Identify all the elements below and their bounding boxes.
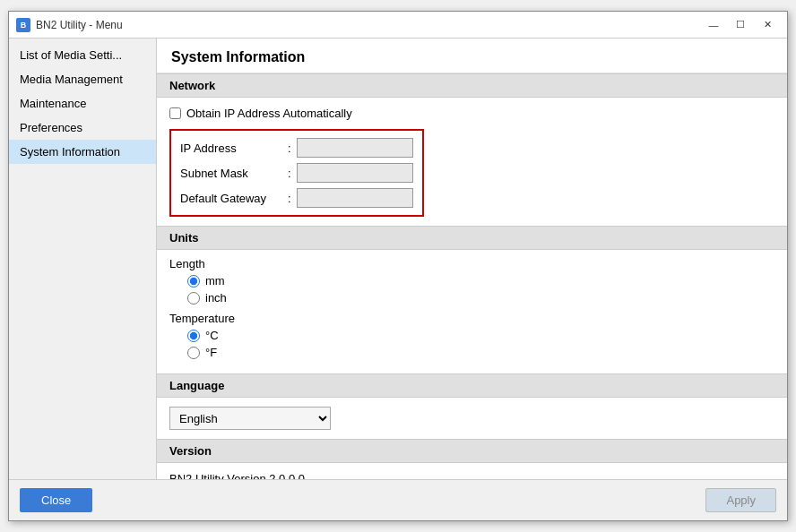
- sidebar-item-media-management[interactable]: Media Management: [9, 67, 156, 91]
- default-gateway-row: Default Gateway :: [180, 188, 413, 208]
- language-select[interactable]: English Japanese German French: [169, 407, 331, 430]
- page-title: System Information: [157, 39, 787, 73]
- content-area: System Information Network Obtain IP Add…: [157, 39, 787, 479]
- subnet-mask-input[interactable]: [297, 163, 413, 183]
- bottom-bar: Close Apply: [9, 479, 787, 520]
- title-bar: B BN2 Utility - Menu — ☐ ✕: [9, 12, 787, 39]
- obtain-ip-checkbox[interactable]: [169, 107, 181, 119]
- close-window-button[interactable]: ✕: [755, 16, 780, 34]
- ip-address-label: IP Address: [180, 142, 288, 155]
- units-section: Units Length mm inch: [157, 226, 787, 373]
- window-controls: — ☐ ✕: [701, 16, 780, 34]
- language-section-body: English Japanese German French: [157, 398, 787, 439]
- inch-radio[interactable]: [187, 292, 200, 305]
- ip-address-input[interactable]: [297, 138, 413, 158]
- network-section-header: Network: [157, 73, 787, 98]
- inch-radio-row: inch: [187, 291, 774, 305]
- close-button[interactable]: Close: [20, 488, 92, 512]
- length-label: Length: [169, 257, 774, 270]
- celsius-label: °C: [205, 329, 219, 342]
- version-section: Version BN2 Utility Version 2.0.0.0: [157, 439, 787, 479]
- default-gateway-input[interactable]: [297, 188, 413, 208]
- celsius-radio-row: °C: [187, 329, 774, 342]
- main-window: B BN2 Utility - Menu — ☐ ✕ List of Media…: [8, 11, 788, 521]
- subnet-mask-row: Subnet Mask :: [180, 163, 413, 183]
- mm-label: mm: [205, 274, 225, 287]
- inch-label: inch: [205, 291, 227, 305]
- sidebar: List of Media Setti... Media Management …: [9, 39, 157, 479]
- sidebar-item-preferences[interactable]: Preferences: [9, 116, 156, 140]
- temperature-group: Temperature °C °F: [169, 312, 774, 359]
- language-section-header: Language: [157, 373, 787, 398]
- units-section-header: Units: [157, 226, 787, 250]
- sidebar-item-list-of-media[interactable]: List of Media Setti...: [9, 43, 156, 67]
- mm-radio[interactable]: [187, 275, 200, 287]
- title-bar-left: B BN2 Utility - Menu: [16, 18, 123, 32]
- version-text: BN2 Utility Version 2.0.0.0: [169, 472, 305, 479]
- minimize-button[interactable]: —: [701, 16, 726, 34]
- app-icon: B: [16, 18, 30, 32]
- celsius-radio[interactable]: [187, 330, 200, 342]
- ip-colon: :: [288, 142, 291, 155]
- temperature-label: Temperature: [169, 312, 774, 325]
- obtain-ip-row: Obtain IP Address Automatically: [169, 107, 774, 120]
- subnet-mask-label: Subnet Mask: [180, 167, 288, 180]
- network-section: Network Obtain IP Address Automatically …: [157, 73, 787, 226]
- network-fields-box: IP Address : Subnet Mask : Default Gatew…: [169, 129, 424, 217]
- fahrenheit-radio-row: °F: [187, 346, 774, 359]
- window-title: BN2 Utility - Menu: [36, 19, 123, 31]
- maximize-button[interactable]: ☐: [728, 16, 753, 34]
- fahrenheit-radio[interactable]: [187, 347, 200, 359]
- sidebar-item-maintenance[interactable]: Maintenance: [9, 91, 156, 116]
- language-section: Language English Japanese German French: [157, 373, 787, 439]
- version-section-header: Version: [157, 439, 787, 463]
- apply-button[interactable]: Apply: [705, 488, 776, 512]
- subnet-colon: :: [288, 167, 291, 180]
- default-gateway-label: Default Gateway: [180, 192, 288, 205]
- gateway-colon: :: [288, 192, 291, 205]
- network-section-body: Obtain IP Address Automatically IP Addre…: [157, 98, 787, 226]
- obtain-ip-label: Obtain IP Address Automatically: [186, 107, 352, 120]
- length-group: Length mm inch: [169, 257, 774, 305]
- fahrenheit-label: °F: [205, 346, 217, 359]
- version-section-body: BN2 Utility Version 2.0.0.0: [157, 463, 787, 479]
- mm-radio-row: mm: [187, 274, 774, 287]
- sidebar-item-system-information[interactable]: System Information: [9, 140, 156, 164]
- units-section-body: Length mm inch Temperature: [157, 250, 787, 373]
- main-content: List of Media Setti... Media Management …: [9, 39, 787, 479]
- ip-address-row: IP Address :: [180, 138, 413, 158]
- content-scroll: Network Obtain IP Address Automatically …: [157, 73, 787, 479]
